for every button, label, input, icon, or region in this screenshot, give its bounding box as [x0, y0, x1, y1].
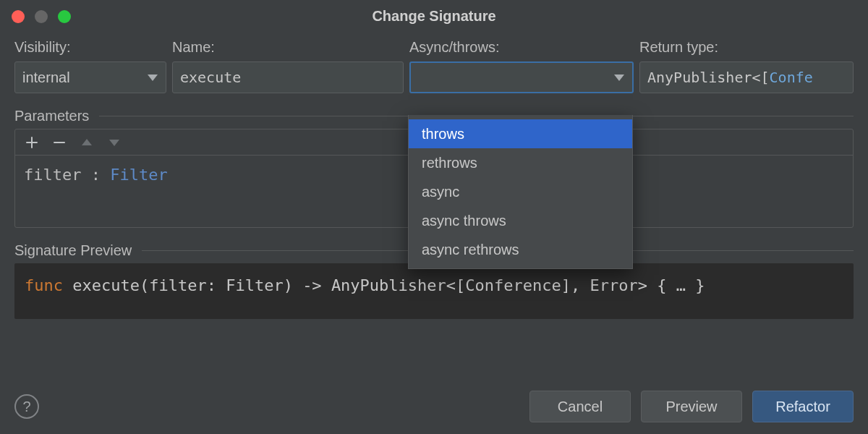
svg-marker-1	[614, 75, 624, 81]
dropdown-item-throws[interactable]: throws	[409, 119, 632, 148]
dialog-footer: ? Cancel Preview Refactor	[14, 391, 854, 422]
async-throws-select[interactable]	[409, 61, 634, 93]
remove-parameter-button[interactable]	[47, 132, 72, 153]
parameter-name: filter	[24, 166, 81, 184]
async-throws-label: Async/throws:	[409, 39, 634, 56]
help-button[interactable]: ?	[14, 394, 39, 419]
name-value: execute	[180, 69, 241, 86]
preview-params: (filter: Filter)	[140, 276, 293, 294]
zoom-window-button[interactable]	[58, 10, 71, 23]
keyword-func: func	[25, 276, 63, 294]
preview-button[interactable]: Preview	[641, 391, 742, 422]
colon: :	[91, 166, 111, 184]
add-parameter-button[interactable]	[20, 132, 44, 153]
titlebar: Change Signature	[0, 0, 868, 32]
name-input[interactable]: execute	[172, 61, 404, 93]
chevron-down-icon	[147, 73, 158, 82]
chevron-down-icon	[613, 73, 625, 82]
move-parameter-down-button[interactable]	[102, 132, 127, 153]
svg-marker-2	[82, 139, 92, 145]
return-type-label: Return type:	[639, 39, 854, 56]
name-label: Name:	[172, 39, 404, 56]
svg-marker-0	[148, 75, 158, 81]
svg-marker-3	[109, 140, 119, 146]
visibility-label: Visibility:	[14, 39, 166, 56]
signature-preview-text: Signature Preview	[14, 242, 132, 259]
async-throws-dropdown[interactable]: throws rethrows async async throws async…	[408, 115, 633, 269]
refactor-button[interactable]: Refactor	[752, 391, 854, 422]
preview-body: { … }	[657, 276, 705, 294]
cancel-button[interactable]: Cancel	[529, 391, 631, 422]
dropdown-item-async-throws[interactable]: async throws	[409, 206, 632, 235]
preview-return-type: AnyPublisher<[Conference], Error>	[331, 276, 647, 294]
parameters-section-text: Parameters	[14, 108, 89, 124]
cancel-button-label: Cancel	[558, 399, 603, 415]
parameter-row[interactable]: filter : Filter	[24, 166, 168, 184]
minimize-window-button[interactable]	[35, 10, 48, 23]
parameter-type: Filter	[110, 166, 167, 184]
refactor-button-label: Refactor	[775, 399, 830, 415]
dropdown-item-rethrows[interactable]: rethrows	[409, 148, 632, 177]
window-controls	[12, 10, 71, 23]
visibility-select[interactable]: internal	[14, 61, 166, 93]
dropdown-item-async-rethrows[interactable]: async rethrows	[409, 235, 632, 264]
return-type-value: AnyPublisher<[Confe	[647, 69, 846, 86]
dropdown-item-async[interactable]: async	[409, 177, 632, 206]
help-icon: ?	[22, 399, 30, 415]
return-type-input[interactable]: AnyPublisher<[Confe	[639, 61, 854, 93]
signature-preview: func execute(filter: Filter) -> AnyPubli…	[14, 263, 854, 319]
dialog-title: Change Signature	[372, 8, 495, 25]
close-window-button[interactable]	[12, 10, 25, 23]
arrow: ->	[302, 276, 322, 294]
preview-func-name: execute	[72, 276, 140, 294]
move-parameter-up-button[interactable]	[75, 132, 99, 153]
visibility-value: internal	[22, 69, 70, 86]
preview-button-label: Preview	[665, 399, 717, 415]
